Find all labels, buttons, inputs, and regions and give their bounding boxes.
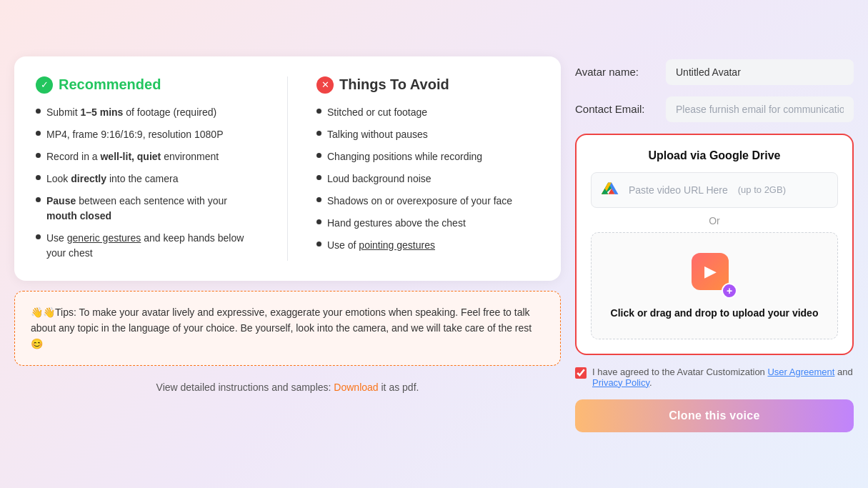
bullet-dot: [36, 153, 41, 158]
list-item-text: Loud background noise: [327, 171, 431, 186]
right-panel: Avatar name: Contact Email: Upload via G…: [575, 56, 854, 432]
bold-text: mouth closed: [46, 210, 111, 221]
list-item: Changing positions while recording: [316, 149, 539, 164]
bold-text: directly: [71, 173, 106, 184]
upload-icon-wrap: ▶ +: [692, 253, 737, 299]
list-item: Use of pointing gestures: [316, 238, 539, 253]
download-link[interactable]: Download: [334, 382, 378, 393]
underline-text: generic gestures: [67, 232, 141, 244]
privacy-policy-link[interactable]: Privacy Policy: [592, 377, 649, 388]
gdrive-limit: (up to 2GB): [738, 184, 786, 195]
instructions-footer: View detailed instructions and samples: …: [14, 376, 561, 396]
check-icon: ✓: [36, 76, 53, 94]
bullet-dot: [316, 197, 321, 202]
avatar-name-label: Avatar name:: [575, 66, 657, 78]
list-item: Pause between each sentence with your mo…: [36, 194, 259, 224]
agreement-row: I have agreed to the Avatar Customizatio…: [575, 367, 854, 388]
list-item-text: Talking without pauses: [327, 127, 428, 142]
clone-button[interactable]: Clone this voice: [575, 399, 854, 432]
instructions-card: ✓ Recommended Submit 1–5 mins of footage…: [14, 56, 561, 281]
tips-emoji2: 👋: [43, 307, 55, 318]
bullet-dot: [36, 175, 41, 180]
list-item-text: Hand gestures above the chest: [327, 216, 466, 231]
x-icon: ✕: [316, 76, 334, 94]
google-drive-icon: [602, 180, 622, 200]
list-item-text: Record in a well-lit, quiet environment: [46, 149, 219, 164]
bullet-dot: [36, 197, 41, 202]
list-item: Use generic gestures and keep hands belo…: [36, 231, 259, 261]
bullet-dot: [36, 234, 41, 239]
or-divider: Or: [591, 215, 838, 226]
user-agreement-link[interactable]: User Agreement: [767, 367, 834, 377]
agreement-checkbox[interactable]: [575, 367, 587, 379]
main-container: ✓ Recommended Submit 1–5 mins of footage…: [14, 56, 854, 432]
google-drive-row[interactable]: Paste video URL Here (up to 2GB): [591, 172, 838, 208]
list-item-text: Look directly into the camera: [46, 171, 178, 186]
bullet-dot: [36, 131, 41, 136]
avoid-title: Things To Avoid: [339, 76, 449, 93]
file-drop-zone[interactable]: ▶ + Click or drag and drop to upload you…: [591, 232, 838, 339]
recommended-list: Submit 1–5 mins of footage (required) MP…: [36, 105, 259, 261]
list-item-text: Use generic gestures and keep hands belo…: [46, 231, 259, 261]
instructions-content: ✓ Recommended Submit 1–5 mins of footage…: [36, 76, 539, 261]
bullet-dot: [316, 219, 321, 224]
bold-text: well-lit, quiet: [100, 151, 161, 162]
recommended-column: ✓ Recommended Submit 1–5 mins of footage…: [36, 76, 259, 261]
video-icon-bg: ▶: [692, 253, 729, 290]
avoid-title-row: ✕ Things To Avoid: [316, 76, 539, 94]
list-item-text: Changing positions while recording: [327, 149, 482, 164]
bullet-dot: [316, 175, 321, 180]
list-item-text: Use of pointing gestures: [327, 238, 435, 253]
list-item: Submit 1–5 mins of footage (required): [36, 105, 259, 120]
underline-text: pointing gestures: [359, 239, 435, 251]
list-item: Hand gestures above the chest: [316, 216, 539, 231]
upload-card: Upload via Google Drive Paste video URL …: [575, 134, 854, 355]
agreement-period: .: [649, 377, 652, 388]
bullet-dot: [36, 109, 41, 114]
drop-label: Click or drag and drop to upload your vi…: [611, 307, 819, 319]
list-item: Stitched or cut footage: [316, 105, 539, 120]
plus-badge: +: [722, 283, 737, 299]
bold-text: Pause: [46, 195, 76, 206]
bullet-dot: [316, 153, 321, 158]
agreement-before: I have agreed to the Avatar Customizatio…: [592, 367, 767, 377]
gdrive-placeholder: Paste video URL Here: [629, 184, 728, 196]
list-item: Shadows on or overexposure of your face: [316, 194, 539, 209]
left-panel: ✓ Recommended Submit 1–5 mins of footage…: [14, 56, 561, 396]
contact-email-row: Contact Email:: [575, 96, 854, 122]
footer-text-before: View detailed instructions and samples:: [156, 382, 334, 393]
contact-email-label: Contact Email:: [575, 103, 657, 115]
tips-emoji1: 👋: [31, 307, 43, 318]
recommended-title: Recommended: [59, 76, 161, 93]
contact-email-input[interactable]: [666, 96, 854, 122]
footer-text-after: it as pdf.: [379, 382, 419, 393]
agreement-and: and: [834, 367, 852, 377]
agreement-text: I have agreed to the Avatar Customizatio…: [592, 367, 854, 388]
avatar-name-row: Avatar name:: [575, 59, 854, 85]
avatar-name-input[interactable]: [666, 59, 854, 85]
upload-title: Upload via Google Drive: [591, 149, 838, 162]
list-item-text: Pause between each sentence with your mo…: [46, 194, 259, 224]
list-item: MP4, frame 9:16/16:9, resolution 1080P: [36, 127, 259, 142]
list-item-text: Shadows on or overexposure of your face: [327, 194, 512, 209]
column-divider: [287, 76, 288, 261]
avoid-column: ✕ Things To Avoid Stitched or cut footag…: [316, 76, 539, 261]
list-item: Record in a well-lit, quiet environment: [36, 149, 259, 164]
bold-text: 1–5 mins: [80, 106, 123, 118]
video-play-icon: ▶: [704, 262, 717, 281]
list-item-text: Submit 1–5 mins of footage (required): [46, 105, 216, 120]
tips-card: 👋👋Tips: To make your avatar lively and e…: [14, 291, 561, 366]
list-item: Look directly into the camera: [36, 171, 259, 186]
bullet-dot: [316, 131, 321, 136]
list-item: Loud background noise: [316, 171, 539, 186]
list-item-text: Stitched or cut footage: [327, 105, 427, 120]
bullet-dot: [316, 109, 321, 114]
bullet-dot: [316, 241, 321, 247]
tips-text: Tips: To make your avatar lively and exp…: [31, 307, 532, 350]
list-item-text: MP4, frame 9:16/16:9, resolution 1080P: [46, 127, 223, 142]
list-item: Talking without pauses: [316, 127, 539, 142]
recommended-title-row: ✓ Recommended: [36, 76, 259, 94]
avoid-list: Stitched or cut footage Talking without …: [316, 105, 539, 253]
